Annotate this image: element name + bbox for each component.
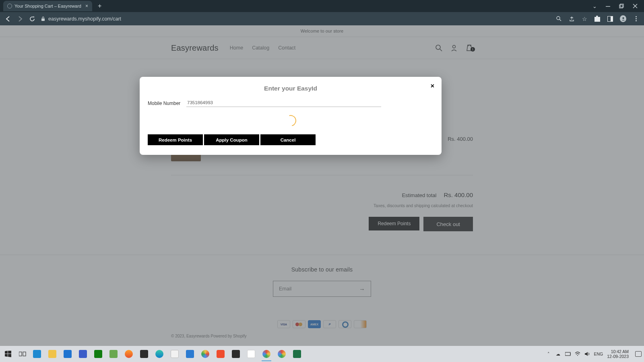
window-close-icon[interactable] [633,4,638,8]
window-minimize-icon[interactable] [606,4,610,8]
taskbar-app-explorer[interactable] [47,348,58,360]
svg-rect-12 [19,352,22,356]
zoom-icon[interactable] [555,16,562,22]
tray-battery-icon[interactable] [565,351,571,357]
svg-point-6 [557,16,560,20]
tray-clock[interactable]: 10:42 AM 12-09-2023 [607,349,629,359]
tray-volume-icon[interactable] [584,351,590,357]
loading-spinner-icon [283,113,298,128]
taskbar-app-figma[interactable] [138,348,150,360]
tray-notifications-icon[interactable] [635,351,642,357]
taskbar-app-2[interactable] [108,348,119,360]
modal-close-icon[interactable]: × [431,82,434,90]
taskbar-app-chrome-active[interactable] [261,348,272,360]
window-maximize-icon[interactable] [619,4,624,8]
tray-wifi-icon[interactable] [575,351,580,357]
nav-forward-icon[interactable] [17,16,23,22]
svg-rect-2 [620,4,623,7]
mobile-number-input[interactable] [186,99,381,107]
taskbar-app-store[interactable] [31,348,43,360]
taskbar-app-mail[interactable] [62,348,73,360]
taskbar-app-slack[interactable] [246,348,257,360]
modal-redeem-points-button[interactable]: Redeem Points [148,134,203,145]
nav-back-icon[interactable] [5,16,11,22]
browser-toolbar: easyrewards.myshopify.com/cart ☆ [0,12,644,25]
svg-rect-13 [23,352,26,356]
tray-ime[interactable]: ENG [594,352,603,356]
tab-search-icon[interactable]: ⌄ [592,3,597,9]
start-button[interactable] [2,348,14,360]
chrome-menu-icon[interactable] [633,16,639,22]
taskbar-app-snip[interactable] [169,348,180,360]
taskbar-app-excel[interactable] [291,348,303,360]
tray-expand-icon[interactable]: ˄ [546,351,551,357]
svg-rect-15 [570,353,571,355]
share-icon[interactable] [568,16,575,22]
modal-apply-coupon-button[interactable]: Apply Coupon [204,134,259,145]
url-bar[interactable]: easyrewards.myshopify.com/cart [41,16,550,22]
taskbar-app-1[interactable] [77,348,89,360]
extensions-icon[interactable] [594,16,601,22]
browser-tab[interactable]: Your Shopping Cart – Easyreward × [3,1,92,11]
taskbar-app-firefox[interactable] [123,348,134,360]
lock-icon [41,16,45,21]
taskbar-app-chrome-canary[interactable] [200,348,211,360]
svg-rect-5 [41,19,45,21]
taskbar-app-terminal[interactable] [230,348,242,360]
mobile-number-label: Mobile Number [148,101,182,106]
svg-line-7 [559,19,561,21]
windows-taskbar[interactable]: ˄ ☁ ENG 10:42 AM 12-09-2023 [0,346,644,362]
nav-reload-icon[interactable] [29,16,35,22]
tray-onedrive-icon[interactable]: ☁ [555,351,561,357]
tab-title: Your Shopping Cart – Easyreward [14,4,81,8]
tab-favicon [7,4,12,8]
taskbar-app-vscode[interactable] [184,348,196,360]
tab-close-icon[interactable]: × [85,3,88,9]
svg-rect-1 [619,5,623,8]
taskbar-app-edge[interactable] [154,348,165,360]
svg-rect-14 [565,352,570,356]
bookmark-star-icon[interactable]: ☆ [581,16,588,22]
browser-titlebar: Your Shopping Cart – Easyreward × + ⌄ [0,0,644,12]
modal-backdrop[interactable] [0,25,644,346]
profile-avatar-icon[interactable] [620,16,626,22]
taskbar-app-brave[interactable] [215,348,226,360]
taskbar-app-chrome-2[interactable] [276,348,287,360]
new-tab-button[interactable]: + [98,2,101,10]
url-text: easyrewards.myshopify.com/cart [48,16,121,22]
modal-title: Enter your EasyId [146,85,435,92]
modal-cancel-button[interactable]: Cancel [260,134,316,145]
easyid-modal: × Enter your EasyId Mobile Number Redeem… [140,77,442,155]
svg-point-8 [622,17,624,19]
taskbar-app-xbox[interactable] [93,348,104,360]
side-panel-icon[interactable] [607,16,613,22]
task-view-icon[interactable] [17,348,28,360]
